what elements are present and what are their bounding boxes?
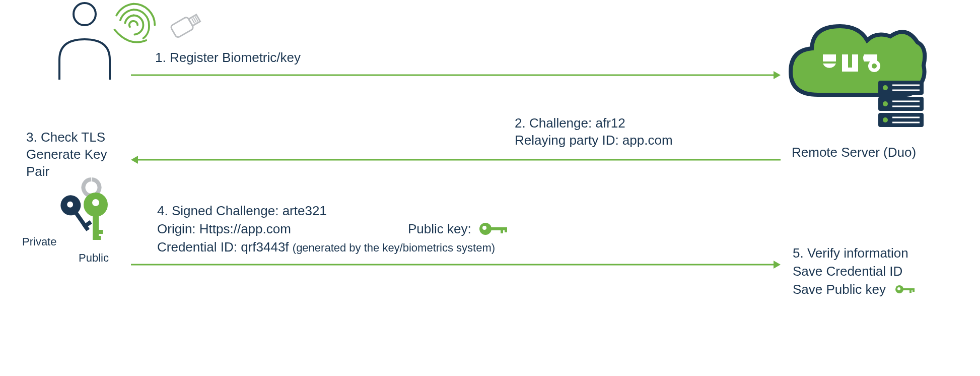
svg-point-17 bbox=[883, 101, 888, 106]
svg-marker-28 bbox=[131, 156, 138, 164]
svg-point-18 bbox=[883, 117, 888, 122]
svg-rect-41 bbox=[505, 227, 507, 232]
step4-pubkey-label: Public key: bbox=[408, 221, 471, 238]
svg-rect-48 bbox=[913, 288, 915, 292]
step5-line1: 5. Verify information bbox=[793, 245, 908, 262]
hardware-key-icon bbox=[167, 6, 206, 45]
svg-marker-44 bbox=[774, 261, 781, 269]
step5-line3: Save Public key bbox=[793, 281, 886, 298]
svg-rect-6 bbox=[823, 54, 836, 61]
keypair-icon bbox=[55, 175, 121, 246]
arrow-step4-right bbox=[131, 259, 781, 270]
svg-point-42 bbox=[482, 226, 486, 230]
arrow-step2-left bbox=[131, 154, 781, 165]
svg-rect-12 bbox=[864, 54, 877, 61]
cloud-server-icon bbox=[788, 19, 928, 135]
svg-rect-36 bbox=[93, 236, 101, 240]
step5-line2: Save Credential ID bbox=[793, 263, 902, 280]
svg-rect-35 bbox=[93, 230, 103, 234]
step4-line3a: Credential ID: qrf3443f bbox=[157, 239, 293, 255]
svg-rect-9 bbox=[842, 68, 858, 72]
step3-line1: 3. Check TLS bbox=[26, 129, 105, 146]
key-private-label: Private bbox=[22, 235, 56, 249]
pubkey-small-icon bbox=[894, 283, 917, 295]
fingerprint-icon bbox=[110, 1, 158, 49]
svg-point-0 bbox=[74, 3, 96, 25]
webauthn-registration-diagram: Remote Server (Duo) 1. Register Biometri… bbox=[0, 0, 980, 376]
step2-line2: Relaying party ID: app.com bbox=[515, 132, 673, 149]
arrow-step1-right bbox=[131, 70, 781, 81]
step3-line3: Pair bbox=[26, 163, 49, 180]
step3-line2: Generate Key bbox=[26, 146, 107, 163]
svg-point-37 bbox=[92, 199, 99, 206]
server-label: Remote Server (Duo) bbox=[792, 144, 916, 161]
step4-line3b: (generated by the key/biometrics system) bbox=[293, 241, 495, 254]
svg-rect-40 bbox=[501, 227, 503, 233]
svg-rect-47 bbox=[909, 288, 912, 293]
key-public-label: Public bbox=[79, 251, 109, 266]
svg-rect-2 bbox=[189, 15, 200, 26]
step2-line1: 2. Challenge: afr12 bbox=[515, 115, 625, 132]
step4-line2: Origin: Https://app.com bbox=[157, 221, 291, 238]
svg-rect-1 bbox=[170, 17, 194, 38]
pubkey-inline-icon bbox=[478, 221, 509, 237]
svg-rect-46 bbox=[902, 288, 914, 290]
svg-point-49 bbox=[897, 287, 900, 290]
step4-line1: 4. Signed Challenge: arte321 bbox=[157, 203, 327, 220]
step1-label: 1. Register Biometric/key bbox=[155, 49, 301, 67]
step4-line3: Credential ID: qrf3443f (generated by th… bbox=[157, 239, 495, 256]
svg-point-11 bbox=[872, 64, 877, 69]
svg-marker-26 bbox=[774, 71, 781, 79]
svg-point-16 bbox=[883, 85, 888, 90]
